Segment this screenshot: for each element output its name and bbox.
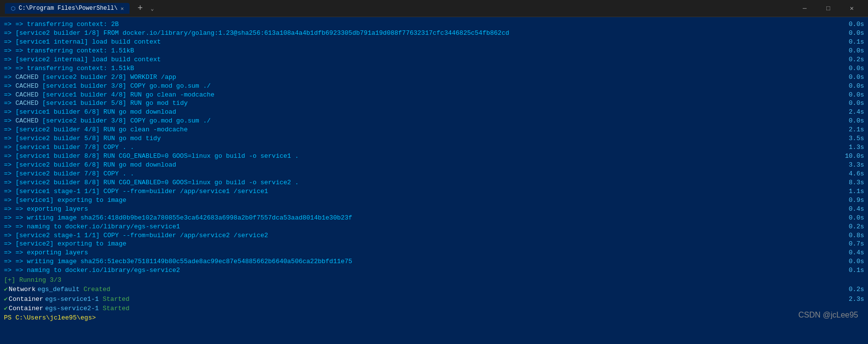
line-time: 0.0s [849, 99, 864, 108]
output-line: => => exporting layers0.4s [4, 248, 864, 257]
line-text: => => exporting layers [4, 205, 88, 214]
title-bar: ⬡ C:\Program Files\PowerShell\ ✕ + ⌄ ─ □… [0, 0, 868, 17]
line-text: => => writing image sha256:51ecb3e751811… [4, 257, 352, 266]
line-time: 0.0s [849, 257, 864, 266]
line-text: => [service1 builder 7/8] COPY . . [4, 143, 134, 152]
line-time: 0.4s [849, 205, 864, 214]
output-line: => [service2 builder 6/8] RUN go mod dow… [4, 161, 864, 170]
output-line: => [service1] exporting to image0.9s [4, 196, 864, 205]
line-text: => => naming to docker.io/library/egs-se… [4, 222, 180, 231]
status-type: Container [9, 304, 43, 314]
status-item: ✔ Network egs_default Created 0.2s [4, 285, 864, 295]
watermark: CSDN @jcLee95 [798, 311, 858, 319]
line-text: => => transferring context: 1.51kB [4, 64, 134, 73]
output-line: => [service1 stage-1 1/1] COPY --from=bu… [4, 187, 864, 196]
terminal-body[interactable]: => => transferring context: 2B0.0s=> [se… [0, 17, 868, 344]
terminal-window: ⬡ C:\Program Files\PowerShell\ ✕ + ⌄ ─ □… [0, 0, 868, 344]
line-time: 0.8s [849, 231, 864, 240]
line-text: => [service1 builder 6/8] RUN go mod dow… [4, 108, 176, 117]
line-text: => [service1 internal] load build contex… [4, 38, 161, 47]
output-lines: => => transferring context: 2B0.0s=> [se… [4, 20, 864, 275]
output-line: => => writing image sha256:51ecb3e751811… [4, 257, 864, 266]
maximize-button[interactable]: □ [817, 0, 840, 17]
output-line: => => naming to docker.io/library/egs-se… [4, 266, 864, 275]
line-text: => [service2] exporting to image [4, 240, 127, 248]
line-time: 0.0s [849, 82, 864, 91]
output-line: => [service1 builder 6/8] RUN go mod dow… [4, 108, 864, 117]
status-action: Started [103, 304, 130, 314]
new-tab-button[interactable]: + [133, 3, 147, 13]
tab-label: C:\Program Files\PowerShell\ [19, 5, 118, 12]
output-line: => CACHED [service1 builder 4/8] RUN go … [4, 91, 864, 99]
running-status-section: [+] Running 3/3 ✔ Network egs_default Cr… [4, 276, 864, 313]
line-text: => CACHED [service1 builder 5/8] RUN go … [4, 99, 187, 108]
output-line: => [service2 builder 1/8] FROM docker.io… [4, 29, 864, 38]
line-text: => CACHED [service1 builder 3/8] COPY go… [4, 82, 210, 91]
line-text: => => writing image sha256:418d0b9be102a… [4, 214, 352, 222]
line-text: => => exporting layers [4, 248, 88, 257]
output-line: => [service1 internal] load build contex… [4, 38, 864, 47]
status-name: egs-service2-1 [45, 304, 99, 314]
prompt-line: PS C:\Users\jclee95\egs> [4, 314, 864, 322]
line-text: => [service2 builder 4/8] RUN go clean -… [4, 125, 187, 134]
line-time: 10.0s [845, 152, 864, 161]
line-time: 0.0s [849, 214, 864, 222]
line-time: 1.3s [849, 143, 864, 152]
line-time: 4.6s [849, 170, 864, 178]
line-time: 1.1s [849, 187, 864, 196]
running-status-label-line: [+] Running 3/3 [4, 276, 864, 285]
line-text: => CACHED [service2 builder 3/8] COPY go… [4, 117, 210, 125]
status-name: egs_default [37, 285, 79, 295]
output-line: => => naming to docker.io/library/egs-se… [4, 222, 864, 231]
status-item: ✔ Container egs-service1-1 Started 2.3s [4, 295, 864, 304]
close-button[interactable]: ✕ [841, 0, 863, 17]
status-item: ✔ Container egs-service2-1 Started [4, 304, 864, 314]
check-icon: ✔ [4, 285, 8, 295]
status-type: Network [9, 285, 36, 295]
line-time: 0.1s [849, 38, 864, 47]
line-text: => [service2 builder 7/8] COPY . . [4, 170, 134, 178]
prompt: PS C:\Users\jclee95\egs> [4, 314, 96, 322]
line-time: 0.0s [849, 29, 864, 38]
line-text: => CACHED [service2 builder 2/8] WORKDIR… [4, 73, 176, 82]
line-time: 0.2s [849, 55, 864, 64]
running-status-label: [+] Running 3/3 [4, 276, 61, 285]
line-time: 0.4s [849, 248, 864, 257]
line-time: 3.3s [849, 161, 864, 170]
line-text: => => transferring context: 1.51kB [4, 47, 134, 55]
output-line: => CACHED [service1 builder 3/8] COPY go… [4, 82, 864, 91]
output-line: => CACHED [service2 builder 3/8] COPY go… [4, 117, 864, 125]
line-text: => [service1 builder 8/8] RUN CGO_ENABLE… [4, 152, 299, 161]
line-time: 2.1s [849, 125, 864, 134]
status-action: Started [103, 295, 130, 304]
output-line: => => transferring context: 2B0.0s [4, 20, 864, 29]
dropdown-chevron-icon[interactable]: ⌄ [151, 5, 154, 12]
status-type: Container [9, 295, 43, 304]
line-time: 0.0s [849, 91, 864, 99]
output-line: => => exporting layers0.4s [4, 205, 864, 214]
line-time: 0.0s [849, 73, 864, 82]
tab-close-icon[interactable]: ✕ [121, 5, 124, 12]
output-line: => => transferring context: 1.51kB0.0s [4, 47, 864, 55]
window-controls: ─ □ ✕ [793, 0, 863, 17]
title-bar-left: ⬡ C:\Program Files\PowerShell\ ✕ + ⌄ [5, 3, 793, 14]
active-tab[interactable]: ⬡ C:\Program Files\PowerShell\ ✕ [5, 3, 130, 14]
output-line: => => transferring context: 1.51kB0.0s [4, 64, 864, 73]
output-line: => [service2 builder 5/8] RUN go mod tid… [4, 134, 864, 143]
status-time: 2.3s [849, 295, 864, 304]
line-text: => [service2 builder 6/8] RUN go mod dow… [4, 161, 176, 170]
output-line: => [service2 builder 8/8] RUN CGO_ENABLE… [4, 178, 864, 187]
line-time: 0.1s [849, 266, 864, 275]
line-text: => [service1 stage-1 1/1] COPY --from=bu… [4, 187, 268, 196]
line-text: => [service2 builder 1/8] FROM docker.io… [4, 29, 509, 38]
line-time: 0.0s [849, 47, 864, 55]
check-icon: ✔ [4, 304, 8, 314]
line-text: => [service2 internal] load build contex… [4, 55, 161, 64]
output-line: => CACHED [service2 builder 2/8] WORKDIR… [4, 73, 864, 82]
powershell-icon: ⬡ [11, 5, 16, 12]
minimize-button[interactable]: ─ [793, 0, 816, 17]
line-text: => [service2 stage-1 1/1] COPY --from=bu… [4, 231, 268, 240]
line-time: 0.9s [849, 196, 864, 205]
line-time: 0.2s [849, 222, 864, 231]
line-text: => CACHED [service1 builder 4/8] RUN go … [4, 91, 214, 99]
